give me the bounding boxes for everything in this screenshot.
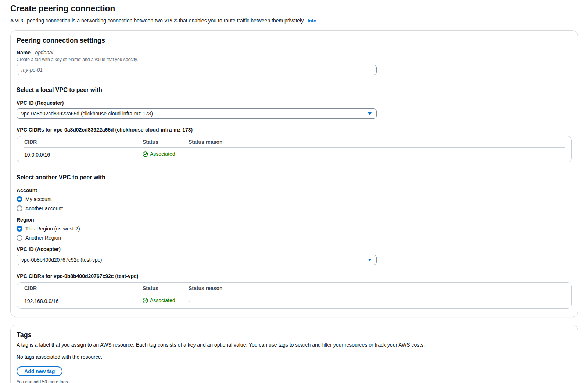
cidr-value: 10.0.0.0/16: [24, 152, 137, 158]
peering-settings-heading: Peering connection settings: [17, 37, 572, 44]
region-group-label: Region: [17, 216, 572, 223]
check-circle-icon: [143, 298, 148, 303]
info-link[interactable]: Info: [308, 18, 316, 24]
accepter-cidr-table: CIDR Status Status reason 192.168.0.0/16…: [17, 282, 572, 309]
radio-selected-icon: [17, 226, 22, 232]
radio-option-my-account[interactable]: My account: [17, 196, 572, 203]
name-optional-label: - optional: [32, 50, 53, 56]
vpc-requester-selected-value: vpc-0a8d02cd83922a65d (clickhouse-cloud-…: [21, 111, 368, 117]
status-reason-value: -: [183, 152, 565, 158]
status-text: Associated: [150, 151, 175, 157]
another-vpc-section-heading: Select another VPC to peer with: [17, 174, 572, 181]
name-input[interactable]: [17, 65, 377, 75]
column-header-status-reason: Status reason: [183, 285, 565, 291]
account-radio-group: My account Another account: [17, 196, 572, 212]
page-subtitle-text: A VPC peering connection is a networking…: [10, 18, 305, 24]
accepter-cidrs-label: VPC CIDRs for vpc-0b8b400d20767c92c (tes…: [17, 273, 572, 279]
vpc-accepter-selected-value: vpc-0b8b400d20767c92c (test-vpc): [21, 257, 368, 263]
tags-card: Tags A tag is a label that you assign to…: [10, 325, 578, 383]
requester-cidrs-label: VPC CIDRs for vpc-0a8d02cd83922a65d (cli…: [17, 126, 572, 133]
radio-option-another-account[interactable]: Another account: [17, 205, 572, 212]
account-group-label: Account: [17, 187, 572, 194]
chevron-down-icon: [368, 258, 372, 262]
name-field-description: Create a tag with a key of 'Name' and a …: [17, 57, 572, 62]
vpc-requester-select[interactable]: vpc-0a8d02cd83922a65d (clickhouse-cloud-…: [17, 108, 377, 119]
radio-unselected-icon: [17, 235, 22, 241]
table-header-row: CIDR Status Status reason: [24, 136, 565, 148]
radio-option-another-region[interactable]: Another Region: [17, 234, 572, 241]
radio-unselected-icon: [17, 205, 22, 211]
tags-empty-text: No tags associated with the resource.: [17, 354, 572, 360]
table-header-row: CIDR Status Status reason: [24, 283, 565, 294]
column-header-status-reason: Status reason: [183, 139, 565, 145]
peering-settings-card: Peering connection settings Name - optio…: [10, 30, 578, 317]
page-subtitle: A VPC peering connection is a networking…: [10, 17, 578, 25]
vpc-accepter-label: VPC ID (Accepter): [17, 246, 572, 253]
local-vpc-section-heading: Select a local VPC to peer with: [17, 87, 572, 93]
status-text: Associated: [150, 297, 175, 303]
table-row: 10.0.0.0/16 Associated -: [24, 148, 565, 161]
tags-heading: Tags: [17, 331, 572, 339]
column-header-cidr: CIDR: [24, 285, 137, 291]
check-circle-icon: [143, 151, 148, 157]
page-title: Create peering connection: [10, 4, 578, 14]
status-reason-value: -: [183, 298, 565, 304]
status-cell: Associated: [137, 151, 183, 158]
vpc-requester-label: VPC ID (Requester): [17, 100, 572, 106]
requester-cidr-table: CIDR Status Status reason 10.0.0.0/16 As…: [17, 136, 572, 162]
column-header-cidr: CIDR: [24, 139, 137, 145]
create-peering-connection-page: Create peering connection A VPC peering …: [0, 0, 588, 383]
add-new-tag-button[interactable]: Add new tag: [17, 366, 62, 376]
status-badge: Associated: [143, 151, 175, 157]
column-header-status: Status: [137, 139, 183, 145]
chevron-down-icon: [368, 112, 372, 115]
table-row: 192.168.0.0/16 Associated -: [24, 294, 565, 308]
status-cell: Associated: [137, 297, 183, 304]
column-header-status: Status: [137, 285, 183, 291]
radio-selected-icon: [17, 196, 22, 202]
cidr-value: 192.168.0.0/16: [24, 298, 137, 304]
tags-remaining-text: You can add 50 more tags.: [17, 379, 572, 383]
region-radio-group: This Region (us-west-2) Another Region: [17, 225, 572, 241]
vpc-accepter-select[interactable]: vpc-0b8b400d20767c92c (test-vpc): [17, 255, 377, 265]
status-badge: Associated: [143, 297, 175, 303]
name-field-label: Name - optional: [17, 49, 572, 56]
tags-description: A tag is a label that you assign to an A…: [17, 341, 572, 348]
radio-option-this-region[interactable]: This Region (us-west-2): [17, 225, 572, 232]
